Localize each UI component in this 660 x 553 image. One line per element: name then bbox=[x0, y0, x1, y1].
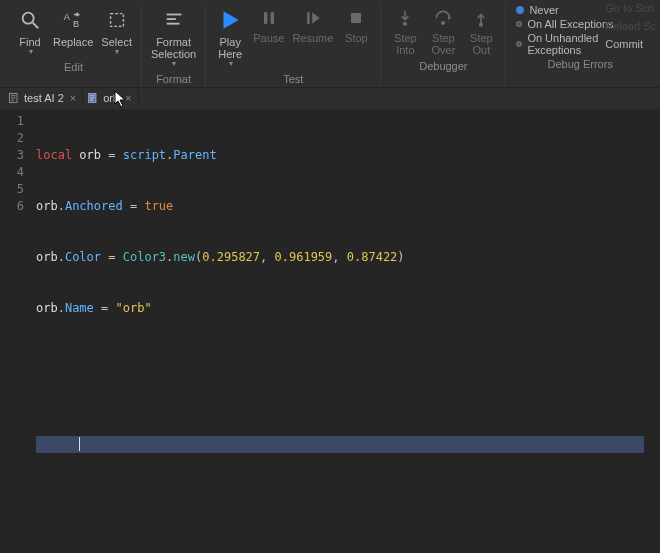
code-editor[interactable]: 1 2 3 4 5 6 local orb = script.Parent or… bbox=[0, 109, 660, 553]
format-selection-button[interactable]: Format Selection ▾ bbox=[148, 4, 199, 71]
tab-label: orb bbox=[103, 92, 119, 104]
format-selection-label: Format Selection bbox=[151, 36, 196, 60]
reload-script-button[interactable]: Reload Sc bbox=[605, 20, 656, 35]
select-icon bbox=[103, 6, 131, 34]
step-into-label: Step Into bbox=[394, 32, 417, 56]
pause-button[interactable]: Pause bbox=[250, 4, 287, 46]
play-icon bbox=[216, 6, 244, 34]
stop-button[interactable]: Stop bbox=[338, 4, 374, 46]
step-out-icon bbox=[469, 6, 493, 30]
svg-text:A: A bbox=[64, 12, 71, 22]
svg-rect-9 bbox=[264, 12, 267, 24]
step-over-label: Step Over bbox=[431, 32, 455, 56]
editor-tabs: test AI 2 × orb × bbox=[0, 87, 660, 109]
chevron-down-icon: ▾ bbox=[29, 48, 33, 57]
group-edit-label: Edit bbox=[64, 61, 83, 73]
magnifier-icon bbox=[16, 6, 44, 34]
chevron-down-icon: ▾ bbox=[229, 60, 233, 69]
radio-never-label: Never bbox=[529, 4, 558, 16]
group-test-label: Test bbox=[283, 73, 303, 85]
play-here-button[interactable]: Play Here ▾ bbox=[212, 4, 248, 71]
line-number: 2 bbox=[0, 130, 24, 147]
code-area[interactable]: local orb = script.Parent orb.Anchored =… bbox=[30, 109, 660, 553]
close-icon[interactable]: × bbox=[68, 92, 76, 104]
chevron-down-icon: ▾ bbox=[115, 48, 119, 57]
radio-dot-icon bbox=[516, 21, 522, 27]
svg-rect-13 bbox=[351, 13, 361, 23]
right-cutoff-group: Go to Scri Reload Sc Commit bbox=[605, 2, 660, 53]
group-test: Play Here ▾ Pause Resume Stop bbox=[206, 4, 381, 87]
resume-button[interactable]: Resume bbox=[289, 4, 336, 46]
script-icon bbox=[8, 92, 20, 104]
svg-line-1 bbox=[33, 23, 39, 29]
radio-dot-icon bbox=[516, 6, 524, 14]
play-here-label: Play Here bbox=[218, 36, 242, 60]
code-line: orb.Anchored = true bbox=[36, 198, 654, 215]
line-number: 5 bbox=[0, 181, 24, 198]
text-cursor bbox=[79, 437, 80, 451]
close-icon[interactable]: × bbox=[123, 92, 131, 104]
line-number: 1 bbox=[0, 113, 24, 130]
step-out-button[interactable]: Step Out bbox=[463, 4, 499, 58]
tab-orb[interactable]: orb × bbox=[83, 90, 138, 106]
svg-rect-4 bbox=[110, 14, 123, 27]
group-format-label: Format bbox=[156, 73, 191, 85]
tab-test-ai-2[interactable]: test AI 2 × bbox=[4, 90, 83, 106]
code-line: orb.Color = Color3.new(0.295827, 0.96195… bbox=[36, 249, 654, 266]
radio-dot-icon bbox=[516, 41, 522, 47]
code-line bbox=[36, 351, 654, 368]
line-number: 6 bbox=[0, 198, 24, 215]
resume-icon bbox=[301, 6, 325, 30]
step-into-icon bbox=[393, 6, 417, 30]
group-debugger: Step Into Step Over Step Out Debugger bbox=[381, 4, 506, 87]
script-icon bbox=[87, 92, 99, 104]
step-out-label: Step Out bbox=[470, 32, 493, 56]
resume-label: Resume bbox=[292, 32, 333, 44]
line-number: 4 bbox=[0, 164, 24, 181]
svg-marker-12 bbox=[312, 12, 320, 24]
group-debugger-label: Debugger bbox=[419, 60, 467, 72]
svg-marker-8 bbox=[224, 11, 239, 28]
goto-script-button[interactable]: Go to Scri bbox=[605, 2, 656, 17]
step-into-button[interactable]: Step Into bbox=[387, 4, 423, 58]
replace-button[interactable]: AB Replace bbox=[50, 4, 96, 50]
commit-button[interactable]: Commit bbox=[605, 38, 656, 53]
svg-rect-11 bbox=[307, 12, 310, 24]
svg-point-16 bbox=[441, 21, 445, 25]
svg-rect-10 bbox=[270, 12, 273, 24]
select-button[interactable]: Select ▾ bbox=[98, 4, 135, 59]
pause-label: Pause bbox=[253, 32, 284, 44]
ribbon-toolbar: Find ▾ AB Replace Select ▾ Edit bbox=[0, 0, 660, 87]
find-button[interactable]: Find ▾ bbox=[12, 4, 48, 59]
svg-point-14 bbox=[403, 22, 407, 26]
radio-all-exceptions-label: On All Exceptions bbox=[527, 18, 613, 30]
step-over-icon bbox=[431, 6, 455, 30]
code-line: orb.Name = "orb" bbox=[36, 300, 654, 317]
group-debug-errors-label: Debug Errors bbox=[547, 58, 612, 70]
step-over-button[interactable]: Step Over bbox=[425, 4, 461, 58]
line-number-gutter: 1 2 3 4 5 6 bbox=[0, 109, 30, 553]
code-line: local orb = script.Parent bbox=[36, 147, 654, 164]
replace-label: Replace bbox=[53, 36, 93, 48]
format-icon bbox=[160, 6, 188, 34]
svg-point-0 bbox=[23, 13, 34, 24]
line-highlight bbox=[36, 436, 644, 453]
line-number: 3 bbox=[0, 147, 24, 164]
group-edit: Find ▾ AB Replace Select ▾ Edit bbox=[6, 4, 142, 87]
svg-text:B: B bbox=[73, 19, 79, 29]
replace-icon: AB bbox=[59, 6, 87, 34]
chevron-down-icon: ▾ bbox=[172, 60, 176, 69]
stop-label: Stop bbox=[345, 32, 368, 44]
tab-label: test AI 2 bbox=[24, 92, 64, 104]
pause-icon bbox=[257, 6, 281, 30]
current-line bbox=[36, 402, 654, 419]
group-format: Format Selection ▾ Format bbox=[142, 4, 206, 87]
svg-point-17 bbox=[479, 23, 483, 27]
stop-icon bbox=[344, 6, 368, 30]
